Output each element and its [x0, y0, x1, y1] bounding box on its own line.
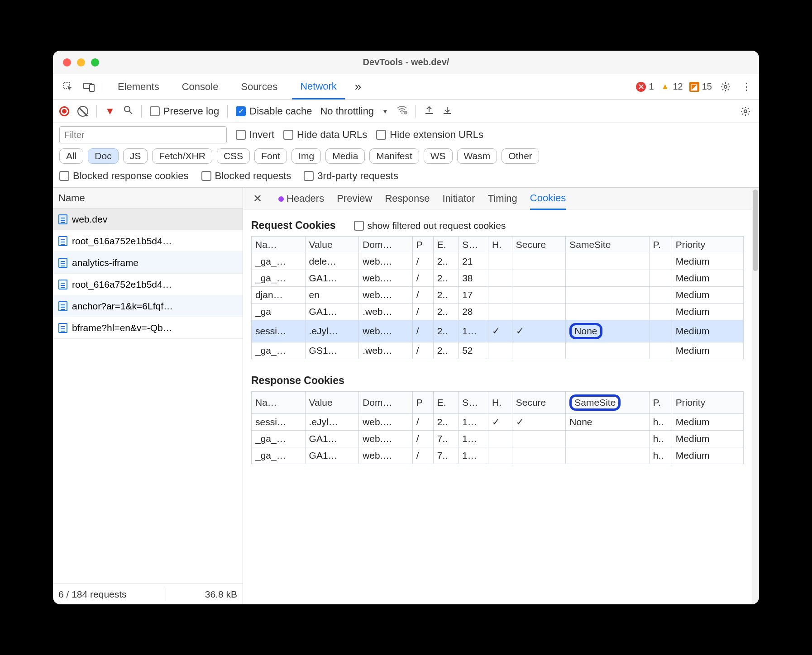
- svg-point-4: [124, 106, 130, 112]
- cookie-row[interactable]: _gaGA1….web…/2..28Medium: [252, 304, 744, 320]
- column-header[interactable]: Priority: [672, 237, 743, 253]
- dtab-preview[interactable]: Preview: [337, 193, 372, 204]
- column-header[interactable]: Na…: [252, 392, 306, 414]
- column-header[interactable]: Dom…: [359, 237, 413, 253]
- panel-tabs: Elements Console Sources Network » ✕1 ▲1…: [53, 74, 759, 100]
- request-row[interactable]: web.dev: [53, 209, 243, 230]
- column-header[interactable]: SameSite: [566, 392, 649, 414]
- preserve-log-checkbox[interactable]: Preserve log: [150, 105, 220, 117]
- request-row[interactable]: root_616a752e1b5d4…: [53, 230, 243, 252]
- column-header[interactable]: Dom…: [359, 392, 413, 414]
- svg-point-3: [724, 85, 727, 88]
- checkbox-checked-icon: ✓: [236, 106, 246, 116]
- cookie-row[interactable]: sessi….eJyl…web.…/2..1…✓✓NoneMedium: [252, 320, 744, 342]
- chip-all[interactable]: All: [59, 148, 83, 164]
- request-list-panel: Name web.devroot_616a752e1b5d4…analytics…: [53, 188, 243, 604]
- column-header[interactable]: H.: [488, 237, 512, 253]
- hide-extension-urls-checkbox[interactable]: Hide extension URLs: [376, 129, 483, 141]
- dtab-initiator[interactable]: Initiator: [442, 193, 475, 204]
- chip-font[interactable]: Font: [254, 148, 287, 164]
- column-header[interactable]: Secure: [512, 392, 566, 414]
- network-main: Name web.devroot_616a752e1b5d4…analytics…: [53, 188, 759, 604]
- tab-network[interactable]: Network: [292, 75, 345, 100]
- issues-count[interactable]: ◪15: [689, 81, 712, 92]
- network-toolbar: ▼ Preserve log ✓ Disable cache No thrott…: [53, 100, 759, 123]
- blocked-requests-checkbox[interactable]: Blocked requests: [201, 170, 291, 182]
- column-header[interactable]: Value: [305, 392, 359, 414]
- import-har-icon[interactable]: [424, 105, 434, 118]
- more-tabs-icon[interactable]: »: [351, 80, 365, 94]
- dot-icon: [278, 196, 284, 202]
- chip-other[interactable]: Other: [502, 148, 539, 164]
- chip-img[interactable]: Img: [291, 148, 321, 164]
- chip-media[interactable]: Media: [325, 148, 365, 164]
- document-icon: [58, 280, 67, 290]
- tab-console[interactable]: Console: [174, 74, 227, 99]
- request-row[interactable]: analytics-iframe: [53, 252, 243, 274]
- chip-js[interactable]: JS: [123, 148, 148, 164]
- cookie-row[interactable]: _ga_…dele…web.…/2..21Medium: [252, 253, 744, 270]
- settings-icon[interactable]: [718, 80, 733, 94]
- svg-point-6: [401, 112, 402, 114]
- chip-wasm[interactable]: Wasm: [457, 148, 497, 164]
- warning-count[interactable]: ▲12: [660, 81, 683, 92]
- column-header[interactable]: S…: [459, 237, 488, 253]
- column-header[interactable]: E.: [433, 392, 458, 414]
- column-header[interactable]: P: [412, 392, 433, 414]
- error-count[interactable]: ✕1: [636, 81, 654, 92]
- document-icon: [58, 214, 67, 224]
- column-header[interactable]: SameSite: [566, 237, 649, 253]
- column-header[interactable]: S…: [459, 392, 488, 414]
- chip-css[interactable]: CSS: [217, 148, 250, 164]
- invert-checkbox[interactable]: Invert: [236, 129, 274, 141]
- show-filtered-checkbox[interactable]: show filtered out request cookies: [354, 220, 506, 231]
- dtab-headers[interactable]: Headers: [278, 193, 324, 204]
- column-header[interactable]: Priority: [672, 392, 743, 414]
- column-header[interactable]: Na…: [252, 237, 306, 253]
- chip-fetchxhr[interactable]: Fetch/XHR: [152, 148, 212, 164]
- request-row[interactable]: anchor?ar=1&k=6Lfqf…: [53, 295, 243, 317]
- request-row[interactable]: bframe?hl=en&v=-Qb…: [53, 317, 243, 339]
- dtab-timing[interactable]: Timing: [488, 193, 517, 204]
- column-header[interactable]: P.: [649, 237, 672, 253]
- record-icon[interactable]: [59, 106, 69, 116]
- column-header[interactable]: Value: [305, 237, 359, 253]
- chip-ws[interactable]: WS: [424, 148, 453, 164]
- tab-elements[interactable]: Elements: [110, 74, 167, 99]
- resource-type-chips: AllDocJSFetch/XHRCSSFontImgMediaManifest…: [53, 147, 759, 167]
- network-conditions-icon[interactable]: [396, 105, 407, 117]
- column-header[interactable]: E.: [433, 237, 458, 253]
- tab-sources[interactable]: Sources: [233, 74, 286, 99]
- third-party-checkbox[interactable]: 3rd-party requests: [304, 170, 398, 182]
- request-row[interactable]: root_616a752e1b5d4…: [53, 274, 243, 295]
- more-menu-icon[interactable]: ⋮: [739, 80, 754, 94]
- column-header[interactable]: P.: [649, 392, 672, 414]
- blocked-cookies-checkbox[interactable]: Blocked response cookies: [59, 170, 189, 182]
- cookie-row[interactable]: _ga_…GA1…web.…/7..1…h..Medium: [252, 447, 744, 464]
- search-icon[interactable]: [123, 105, 133, 118]
- cookie-row[interactable]: _ga_…GA1…web.…/2..38Medium: [252, 270, 744, 287]
- scrollbar[interactable]: [752, 188, 759, 604]
- hide-data-urls-checkbox[interactable]: Hide data URLs: [283, 129, 367, 141]
- column-header[interactable]: H.: [488, 392, 512, 414]
- export-har-icon[interactable]: [442, 105, 452, 118]
- cookie-row[interactable]: sessi….eJyl…web.…/2..1…✓✓Noneh..Medium: [252, 414, 744, 431]
- throttling-dropdown[interactable]: No throttling ▼: [320, 105, 388, 117]
- cookie-row[interactable]: _ga_…GA1…web.…/7..1…h..Medium: [252, 431, 744, 447]
- cookie-row[interactable]: _ga_…GS1….web…/2..52Medium: [252, 342, 744, 359]
- close-details-icon[interactable]: ✕: [249, 192, 266, 205]
- cookie-row[interactable]: djan…enweb.…/2..17Medium: [252, 287, 744, 304]
- dtab-response[interactable]: Response: [385, 193, 430, 204]
- device-toolbar-icon[interactable]: [82, 80, 96, 94]
- filter-input[interactable]: [59, 126, 227, 143]
- inspect-icon[interactable]: [61, 80, 76, 94]
- network-settings-icon[interactable]: [738, 104, 753, 119]
- filter-toggle-icon[interactable]: ▼: [105, 105, 115, 117]
- disable-cache-checkbox[interactable]: ✓ Disable cache: [236, 105, 312, 117]
- chip-doc[interactable]: Doc: [88, 148, 118, 164]
- chip-manifest[interactable]: Manifest: [369, 148, 419, 164]
- clear-icon[interactable]: [77, 106, 88, 117]
- dtab-cookies[interactable]: Cookies: [530, 192, 566, 210]
- column-header[interactable]: Secure: [512, 237, 566, 253]
- column-header[interactable]: P: [412, 237, 433, 253]
